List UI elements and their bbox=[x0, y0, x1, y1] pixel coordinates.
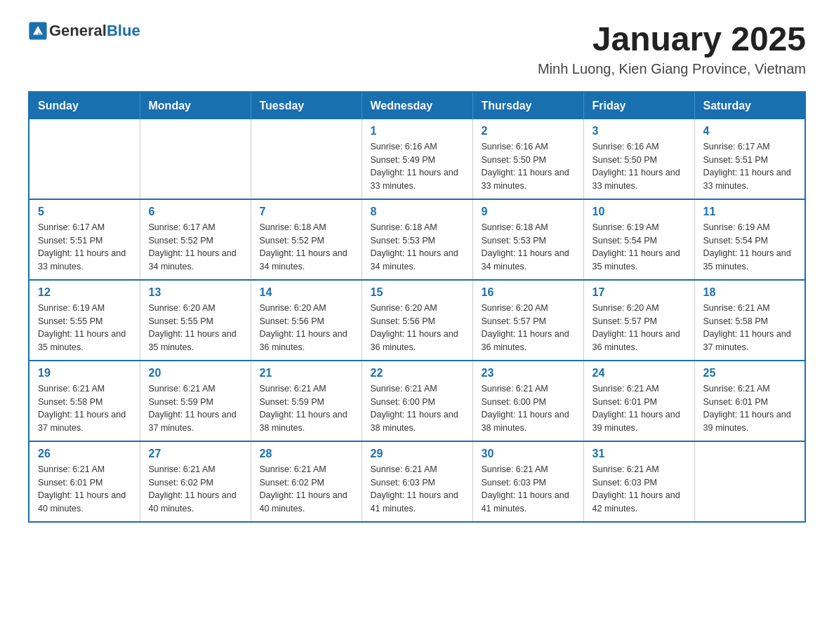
day-number: 4 bbox=[703, 125, 797, 137]
weekday-header-tuesday: Tuesday bbox=[251, 92, 362, 119]
day-number: 14 bbox=[260, 286, 353, 299]
day-info: Sunrise: 6:18 AMSunset: 5:52 PMDaylight:… bbox=[260, 221, 353, 274]
calendar-cell: 5Sunrise: 6:17 AMSunset: 5:51 PMDaylight… bbox=[29, 199, 140, 280]
day-number: 15 bbox=[371, 286, 464, 299]
day-number: 9 bbox=[482, 206, 575, 218]
header: GeneralBlue January 2025 Minh Luong, Kie… bbox=[28, 21, 806, 77]
calendar-cell: 11Sunrise: 6:19 AMSunset: 5:54 PMDayligh… bbox=[694, 199, 805, 280]
calendar-cell: 28Sunrise: 6:21 AMSunset: 6:02 PMDayligh… bbox=[251, 441, 362, 522]
day-number: 8 bbox=[371, 206, 464, 218]
day-info: Sunrise: 6:20 AMSunset: 5:57 PMDaylight:… bbox=[593, 302, 686, 354]
calendar-cell: 8Sunrise: 6:18 AMSunset: 5:53 PMDaylight… bbox=[362, 199, 472, 280]
calendar-cell: 27Sunrise: 6:21 AMSunset: 6:02 PMDayligh… bbox=[140, 441, 251, 522]
day-number: 18 bbox=[703, 286, 797, 299]
calendar-cell: 19Sunrise: 6:21 AMSunset: 5:58 PMDayligh… bbox=[29, 361, 140, 441]
day-number: 20 bbox=[149, 367, 242, 380]
day-info: Sunrise: 6:17 AMSunset: 5:51 PMDaylight:… bbox=[38, 221, 131, 274]
day-info: Sunrise: 6:16 AMSunset: 5:49 PMDaylight:… bbox=[371, 140, 464, 193]
day-info: Sunrise: 6:21 AMSunset: 6:01 PMDaylight:… bbox=[38, 463, 131, 516]
weekday-header-saturday: Saturday bbox=[694, 92, 805, 119]
calendar-week-row: 19Sunrise: 6:21 AMSunset: 5:58 PMDayligh… bbox=[29, 361, 805, 441]
logo-blue-text: Blue bbox=[107, 22, 140, 39]
day-info: Sunrise: 6:21 AMSunset: 5:58 PMDaylight:… bbox=[38, 382, 131, 435]
calendar-cell: 14Sunrise: 6:20 AMSunset: 5:56 PMDayligh… bbox=[251, 280, 362, 361]
day-info: Sunrise: 6:21 AMSunset: 5:58 PMDaylight:… bbox=[703, 302, 797, 354]
day-number: 3 bbox=[593, 125, 686, 137]
calendar-cell: 12Sunrise: 6:19 AMSunset: 5:55 PMDayligh… bbox=[29, 280, 140, 361]
day-number: 6 bbox=[149, 206, 242, 218]
calendar-cell: 10Sunrise: 6:19 AMSunset: 5:54 PMDayligh… bbox=[583, 199, 694, 280]
day-number: 24 bbox=[593, 367, 686, 380]
day-number: 5 bbox=[38, 206, 131, 218]
day-number: 1 bbox=[371, 125, 464, 137]
calendar-cell: 1Sunrise: 6:16 AMSunset: 5:49 PMDaylight… bbox=[362, 119, 472, 199]
day-info: Sunrise: 6:18 AMSunset: 5:53 PMDaylight:… bbox=[371, 221, 464, 274]
calendar-subtitle: Minh Luong, Kien Giang Province, Vietnam bbox=[538, 61, 806, 77]
weekday-header-thursday: Thursday bbox=[472, 92, 583, 119]
calendar-cell bbox=[251, 119, 362, 199]
calendar-cell: 18Sunrise: 6:21 AMSunset: 5:58 PMDayligh… bbox=[694, 280, 805, 361]
day-number: 13 bbox=[149, 286, 242, 299]
day-info: Sunrise: 6:19 AMSunset: 5:54 PMDaylight:… bbox=[593, 221, 686, 274]
calendar-cell bbox=[694, 441, 805, 522]
day-info: Sunrise: 6:21 AMSunset: 6:01 PMDaylight:… bbox=[703, 382, 797, 435]
day-info: Sunrise: 6:18 AMSunset: 5:53 PMDaylight:… bbox=[482, 221, 575, 274]
day-info: Sunrise: 6:21 AMSunset: 6:03 PMDaylight:… bbox=[482, 463, 575, 516]
calendar-week-row: 1Sunrise: 6:16 AMSunset: 5:49 PMDaylight… bbox=[29, 119, 805, 199]
day-number: 12 bbox=[38, 286, 131, 299]
day-number: 10 bbox=[593, 206, 686, 218]
calendar-cell: 3Sunrise: 6:16 AMSunset: 5:50 PMDaylight… bbox=[583, 119, 694, 199]
calendar-cell bbox=[140, 119, 251, 199]
weekday-header-wednesday: Wednesday bbox=[362, 92, 472, 119]
day-number: 22 bbox=[371, 367, 464, 380]
day-info: Sunrise: 6:16 AMSunset: 5:50 PMDaylight:… bbox=[482, 140, 575, 193]
calendar-cell: 22Sunrise: 6:21 AMSunset: 6:00 PMDayligh… bbox=[362, 361, 472, 441]
day-number: 2 bbox=[482, 125, 575, 137]
day-number: 19 bbox=[38, 367, 131, 380]
day-info: Sunrise: 6:20 AMSunset: 5:55 PMDaylight:… bbox=[149, 302, 242, 354]
day-number: 11 bbox=[703, 206, 797, 218]
calendar-cell: 15Sunrise: 6:20 AMSunset: 5:56 PMDayligh… bbox=[362, 280, 472, 361]
day-number: 17 bbox=[593, 286, 686, 299]
day-number: 28 bbox=[260, 448, 353, 460]
day-number: 27 bbox=[149, 448, 242, 460]
day-info: Sunrise: 6:17 AMSunset: 5:52 PMDaylight:… bbox=[149, 221, 242, 274]
calendar-title: January 2025 bbox=[538, 21, 806, 58]
day-number: 23 bbox=[482, 367, 575, 380]
day-number: 26 bbox=[38, 448, 131, 460]
calendar-cell: 13Sunrise: 6:20 AMSunset: 5:55 PMDayligh… bbox=[140, 280, 251, 361]
calendar-table: SundayMondayTuesdayWednesdayThursdayFrid… bbox=[28, 91, 806, 523]
calendar-cell: 6Sunrise: 6:17 AMSunset: 5:52 PMDaylight… bbox=[140, 199, 251, 280]
day-info: Sunrise: 6:21 AMSunset: 6:03 PMDaylight:… bbox=[593, 463, 686, 516]
calendar-cell: 24Sunrise: 6:21 AMSunset: 6:01 PMDayligh… bbox=[583, 361, 694, 441]
calendar-cell: 25Sunrise: 6:21 AMSunset: 6:01 PMDayligh… bbox=[694, 361, 805, 441]
day-number: 16 bbox=[482, 286, 575, 299]
day-info: Sunrise: 6:21 AMSunset: 6:02 PMDaylight:… bbox=[260, 463, 353, 516]
day-number: 30 bbox=[482, 448, 575, 460]
title-block: January 2025 Minh Luong, Kien Giang Prov… bbox=[538, 21, 806, 77]
calendar-week-row: 12Sunrise: 6:19 AMSunset: 5:55 PMDayligh… bbox=[29, 280, 805, 361]
calendar-cell: 4Sunrise: 6:17 AMSunset: 5:51 PMDaylight… bbox=[694, 119, 805, 199]
logo: GeneralBlue bbox=[28, 21, 140, 41]
day-info: Sunrise: 6:21 AMSunset: 5:59 PMDaylight:… bbox=[149, 382, 242, 435]
calendar-cell: 30Sunrise: 6:21 AMSunset: 6:03 PMDayligh… bbox=[472, 441, 583, 522]
day-info: Sunrise: 6:21 AMSunset: 6:00 PMDaylight:… bbox=[482, 382, 575, 435]
calendar-cell: 29Sunrise: 6:21 AMSunset: 6:03 PMDayligh… bbox=[362, 441, 472, 522]
day-number: 21 bbox=[260, 367, 353, 380]
day-info: Sunrise: 6:21 AMSunset: 6:03 PMDaylight:… bbox=[371, 463, 464, 516]
calendar-cell: 20Sunrise: 6:21 AMSunset: 5:59 PMDayligh… bbox=[140, 361, 251, 441]
calendar-cell: 26Sunrise: 6:21 AMSunset: 6:01 PMDayligh… bbox=[29, 441, 140, 522]
day-info: Sunrise: 6:17 AMSunset: 5:51 PMDaylight:… bbox=[703, 140, 797, 193]
calendar-cell: 23Sunrise: 6:21 AMSunset: 6:00 PMDayligh… bbox=[472, 361, 583, 441]
day-number: 31 bbox=[593, 448, 686, 460]
calendar-cell: 9Sunrise: 6:18 AMSunset: 5:53 PMDaylight… bbox=[472, 199, 583, 280]
calendar-cell: 21Sunrise: 6:21 AMSunset: 5:59 PMDayligh… bbox=[251, 361, 362, 441]
calendar-cell bbox=[29, 119, 140, 199]
day-info: Sunrise: 6:21 AMSunset: 5:59 PMDaylight:… bbox=[260, 382, 353, 435]
day-info: Sunrise: 6:21 AMSunset: 6:02 PMDaylight:… bbox=[149, 463, 242, 516]
calendar-week-row: 5Sunrise: 6:17 AMSunset: 5:51 PMDaylight… bbox=[29, 199, 805, 280]
weekday-header-monday: Monday bbox=[140, 92, 251, 119]
day-info: Sunrise: 6:20 AMSunset: 5:56 PMDaylight:… bbox=[371, 302, 464, 354]
calendar-week-row: 26Sunrise: 6:21 AMSunset: 6:01 PMDayligh… bbox=[29, 441, 805, 522]
day-info: Sunrise: 6:20 AMSunset: 5:56 PMDaylight:… bbox=[260, 302, 353, 354]
